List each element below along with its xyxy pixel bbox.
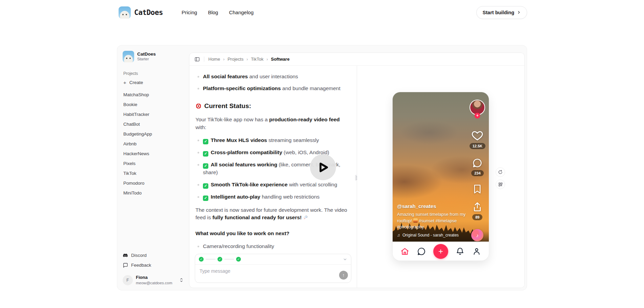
- workspace-plan-badge: Starter: [137, 57, 156, 62]
- breadcrumb-home[interactable]: Home: [208, 57, 220, 62]
- sidebar-item-habittracker[interactable]: HabitTracker: [123, 109, 184, 119]
- home-tab[interactable]: [400, 247, 409, 256]
- discord-icon: [123, 253, 128, 258]
- build-steps-bar[interactable]: ✓ ✓ ✓: [195, 254, 351, 265]
- share-icon: [472, 202, 482, 212]
- sidebar-item-pixels[interactable]: Pixels: [123, 159, 184, 168]
- refresh-preview-button[interactable]: [496, 167, 505, 177]
- breadcrumb-projects[interactable]: Projects: [228, 57, 244, 62]
- list-item: ✓Smooth TikTok-like experience with vert…: [203, 181, 351, 189]
- sidebar-item-airbnb[interactable]: Airbnb: [123, 139, 184, 149]
- heart-icon: [472, 130, 483, 141]
- sidebar-item-tiktok[interactable]: TikTok: [123, 168, 184, 178]
- context-note: The context is now saved for future deve…: [195, 206, 351, 222]
- follow-plus-icon[interactable]: +: [475, 113, 480, 119]
- breadcrumb: Home › Projects › TikTok › Software: [208, 57, 290, 62]
- list-item: ✓Three Mux HLS videos streaming seamless…: [203, 137, 351, 144]
- check-icon: ✓: [203, 183, 208, 189]
- feedback-link[interactable]: Feedback: [123, 260, 184, 270]
- chevron-down-icon[interactable]: [343, 257, 347, 262]
- check-icon: ✓: [203, 151, 208, 157]
- comments-button[interactable]: [472, 158, 482, 168]
- step-check-icon: ✓: [236, 257, 241, 262]
- sidebar: CatDoes Starter Projects + Create Matcha…: [117, 45, 189, 290]
- phone-bottom-nav: +: [393, 242, 489, 261]
- sidebar-item-chatbot[interactable]: ChatBot: [123, 119, 184, 129]
- home-icon: [400, 247, 409, 256]
- user-email: meow@catdoes.com: [136, 281, 172, 285]
- like-button[interactable]: [472, 130, 483, 141]
- sidebar-item-budgetingapp[interactable]: BudgetingApp: [123, 129, 184, 139]
- list-item: Platform-specific optimizations and bund…: [203, 85, 351, 92]
- share-button[interactable]: [472, 202, 482, 212]
- plus-icon: +: [123, 80, 126, 85]
- user-menu[interactable]: F Fiona meow@catdoes.com: [123, 275, 184, 285]
- play-button-overlay[interactable]: [310, 154, 336, 180]
- user-name: Fiona: [136, 275, 172, 280]
- step-check-icon: ✓: [199, 257, 204, 262]
- brand-logo[interactable]: CatDoes: [119, 6, 163, 19]
- notifications-tab[interactable]: [456, 247, 464, 256]
- send-button[interactable]: ↑: [339, 271, 348, 280]
- top-nav: CatDoes Pricing Blog Changelog Start bui…: [0, 0, 644, 25]
- breadcrumb-chevron-icon: ›: [223, 57, 225, 62]
- profile-tab[interactable]: [472, 247, 481, 256]
- workspace-switcher[interactable]: CatDoes Starter: [123, 51, 184, 62]
- check-icon: ✓: [203, 139, 208, 144]
- workspace-logo-icon: [123, 51, 134, 62]
- nav-link-blog[interactable]: Blog: [208, 9, 218, 15]
- start-building-button[interactable]: Start building: [476, 6, 527, 19]
- bookmark-button[interactable]: [473, 184, 482, 194]
- sound-row[interactable]: ♫ Original Sound - sarah_creates: [397, 233, 466, 238]
- qr-code-button[interactable]: [496, 180, 505, 189]
- sidebar-item-matchashop[interactable]: MatchaShop: [123, 90, 184, 100]
- project-list: MatchaShop Bookie HabitTracker ChatBot B…: [123, 90, 184, 198]
- list-item: Camera/recording functionality: [203, 243, 351, 250]
- sidebar-toggle-icon[interactable]: [194, 57, 200, 62]
- user-avatar: F: [123, 275, 133, 285]
- sunset-emoji-icon: [413, 219, 418, 223]
- breadcrumb-tiktok[interactable]: TikTok: [251, 57, 264, 62]
- creator-username[interactable]: @sarah_creates: [397, 203, 466, 209]
- create-video-button[interactable]: +: [433, 244, 448, 259]
- sidebar-item-bookie[interactable]: Bookie: [123, 100, 184, 109]
- list-item: All social features and user interaction…: [203, 73, 351, 80]
- like-count-badge: 12.5K: [470, 143, 485, 149]
- check-icon: ✓: [203, 163, 208, 169]
- video-caption: @sarah_creates Amazing sunset timelapse …: [397, 203, 466, 238]
- comment-count-badge: 234: [471, 170, 483, 176]
- video-preview[interactable]: + 12.5K 234: [393, 92, 489, 242]
- sound-title: Original Sound - sarah_creates: [402, 233, 459, 238]
- discord-label: Discord: [131, 253, 147, 258]
- breadcrumb-bar: Home › Projects › TikTok › Software: [189, 53, 524, 66]
- main-panel: Home › Projects › TikTok › Software All …: [189, 53, 525, 288]
- check-icon: ✓: [203, 196, 208, 201]
- chevron-right-icon: [517, 11, 521, 14]
- start-building-label: Start building: [483, 10, 514, 15]
- step-check-icon: ✓: [217, 257, 222, 262]
- panel-body: All social features and user interaction…: [189, 66, 524, 288]
- nav-link-pricing[interactable]: Pricing: [182, 9, 197, 15]
- create-project-button[interactable]: + Create: [123, 80, 184, 85]
- sidebar-item-minitodo[interactable]: MiniTodo: [123, 188, 184, 198]
- create-label: Create: [129, 80, 143, 85]
- creator-avatar[interactable]: +: [470, 100, 485, 119]
- phone-preview: + 12.5K 234: [393, 92, 489, 261]
- message-input[interactable]: [195, 265, 351, 283]
- messages-tab[interactable]: [417, 247, 426, 256]
- brand-name: CatDoes: [134, 8, 163, 17]
- rocket-emoji-icon: [303, 214, 308, 222]
- feedback-label: Feedback: [131, 263, 151, 268]
- sidebar-item-pomodoro[interactable]: Pomodoro: [123, 178, 184, 188]
- header-separator: [204, 57, 204, 62]
- next-question: What would you like to work on next?: [195, 230, 351, 237]
- preview-tools: [496, 167, 505, 189]
- discord-link[interactable]: Discord: [123, 250, 184, 260]
- catdoes-logo-icon: [119, 6, 131, 19]
- nav-link-changelog[interactable]: Changelog: [229, 9, 254, 15]
- sidebar-item-hackernews[interactable]: HackerNews: [123, 149, 184, 159]
- status-intro: Your TikTok-like app now has a productio…: [195, 116, 351, 131]
- message-composer: ✓ ✓ ✓ ↑: [195, 254, 351, 283]
- current-status-heading: Current Status:: [195, 101, 351, 111]
- music-disc-icon[interactable]: ♪: [471, 229, 483, 241]
